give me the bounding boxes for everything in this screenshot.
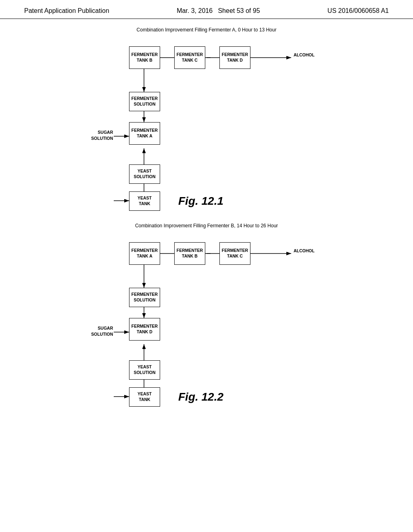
header-center: Mar. 3, 2016 Sheet 53 of 95	[177, 7, 260, 15]
page-content: Combination Improvement Filling Fermente…	[0, 19, 413, 427]
header-right: US 2016/0060658 A1	[327, 7, 389, 15]
fig1-yeast-tank: YEAST TANK	[129, 191, 160, 211]
fig2-title: Combination Improvement Filling Fermente…	[135, 223, 278, 229]
fig2-yeast-tank: YEAST TANK	[129, 387, 160, 407]
fig1-yeast-solution: YEAST SOLUTION	[129, 164, 160, 184]
fig2-arrows	[81, 233, 332, 407]
fig2-sugar: SUGAR SOLUTION	[91, 325, 113, 337]
figure-12-1-section: Combination Improvement Filling Fermente…	[24, 27, 389, 211]
figure-12-2-section: Combination Improvement Filling Fermente…	[24, 223, 389, 407]
fig2-alcohol: ALCOHOL	[294, 248, 315, 253]
fig1-alcohol: ALCOHOL	[294, 52, 315, 57]
fig1-fermenter-solution: FERMENTER SOLUTION	[129, 92, 160, 111]
fig2-tank-a: FERMENTER TANK A	[129, 242, 160, 265]
fig1-sugar: SUGAR SOLUTION	[91, 129, 113, 141]
header-left: Patent Application Publication	[24, 7, 109, 15]
fig1-tank-d: FERMENTER TANK D	[219, 46, 250, 69]
fig2-tank-b: FERMENTER TANK B	[174, 242, 205, 265]
page-header: Patent Application Publication Mar. 3, 2…	[0, 0, 413, 19]
fig1-title: Combination Improvement Filling Fermente…	[137, 27, 277, 33]
fig2-tank-c: FERMENTER TANK C	[219, 242, 250, 265]
fig1-fermenter-tank-a: FERMENTER TANK A	[129, 122, 160, 145]
fig2-yeast-solution: YEAST SOLUTION	[129, 360, 160, 380]
fig1-tank-c: FERMENTER TANK C	[174, 46, 205, 69]
fig2-label: Fig. 12.2	[178, 391, 223, 403]
fig1-arrows	[81, 37, 332, 211]
fig1-label: Fig. 12.1	[178, 195, 223, 208]
fig1-tank-b: FERMENTER TANK B	[129, 46, 160, 69]
fig2-fermenter-solution: FERMENTER SOLUTION	[129, 288, 160, 307]
fig2-fermenter-tank-d: FERMENTER TANK D	[129, 318, 160, 341]
